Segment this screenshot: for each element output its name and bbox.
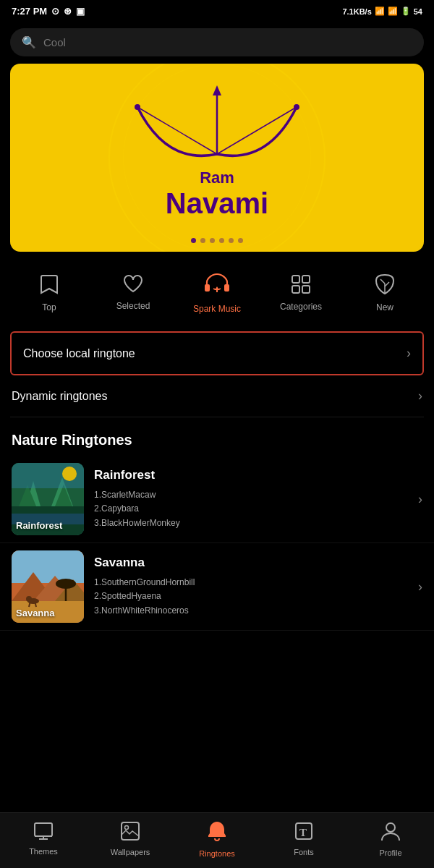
nav-fonts[interactable]: T Fonts [275,822,333,856]
cat-spark[interactable]: Spark Music [192,272,242,314]
status-left: 7:27 PM ⊙ ⊛ ▣ [12,6,85,17]
svg-rect-25 [12,550,84,583]
banner: Ram Navami [10,64,424,252]
dot-2 [200,238,205,243]
ringtones-icon [208,820,226,846]
svg-line-13 [380,279,385,284]
fonts-icon: T [294,822,313,845]
cat-top-label: Top [42,302,56,312]
nav-wallpapers-label: Wallpapers [111,848,150,856]
savanna-thumb: Savanna [12,550,84,623]
heart-icon [123,275,143,297]
chevron-right-icon-2: › [418,388,422,404]
svg-rect-9 [302,276,310,283]
svg-rect-8 [292,276,299,283]
nav-themes-label: Themes [29,847,58,856]
rainforest-thumb-label: Rainforest [16,520,62,531]
savanna-tracks: 1.SouthernGroundHornbill2.SpottedHyaena3… [94,576,408,618]
cat-top[interactable]: Top [24,273,75,312]
banner-subtitle: Ram [166,169,268,187]
status-bar: 7:27 PM ⊙ ⊛ ▣ 7.1KB/s 📶 📶 🔋 54 [0,0,434,22]
banner-dots [191,238,243,243]
rainforest-thumb: Rainforest [12,463,84,535]
chevron-rainforest: › [418,492,422,507]
leaf-icon [375,273,395,298]
dynamic-ringtone-label: Dynamic ringtones [12,390,108,403]
nav-wallpapers[interactable]: Wallpapers [101,822,159,856]
banner-text: Ram Navami [166,96,268,220]
svg-point-5 [294,104,299,110]
savanna-card[interactable]: Savanna Savanna 1.SouthernGroundHornbill… [0,543,434,631]
cat-spark-label: Spark Music [193,304,241,314]
dot-5 [229,238,234,243]
wifi-icon: 📶 [388,7,398,16]
time: 7:27 PM [12,6,47,17]
svg-rect-6 [205,284,210,292]
nav-themes[interactable]: Themes [14,822,72,856]
svg-rect-7 [224,284,229,292]
status-right: 7.1KB/s 📶 📶 🔋 54 [342,7,422,16]
nav-ringtones-label: Ringtones [199,849,235,858]
svg-rect-36 [35,823,52,836]
chevron-savanna: › [418,579,422,595]
svg-point-44 [386,823,395,832]
network-speed: 7.1KB/s [342,7,371,16]
themes-icon [34,822,53,844]
cat-categories[interactable]: Categories [276,274,326,312]
rainforest-tracks: 1.ScarletMacaw2.Capybara3.BlackHowlerMon… [94,488,408,530]
dot-3 [210,238,215,243]
nav-profile[interactable]: Profile [362,821,420,857]
local-ringtone-label: Choose local ringtone [23,347,135,360]
section-title: Nature Ringtones [0,417,434,456]
profile-icon [381,821,400,846]
wallpapers-icon [121,822,140,845]
nav-profile-label: Profile [379,848,401,857]
whatsapp-icon: ⊙ [51,6,59,17]
pinterest-icon: ⊛ [64,6,72,17]
cat-categories-label: Categories [280,302,322,312]
search-bar[interactable]: 🔍 [10,28,424,56]
headphone-icon [203,272,231,299]
cat-selected-label: Selected [116,301,150,311]
svg-line-14 [385,282,389,286]
dot-4 [219,238,224,243]
svg-point-41 [125,826,129,830]
cat-new-label: New [376,302,393,312]
chrome-icon: ▣ [76,6,85,17]
svg-rect-11 [302,286,310,293]
nav-fonts-label: Fonts [294,848,314,856]
cat-new[interactable]: New [359,273,410,312]
savanna-thumb-label: Savanna [16,608,54,618]
category-nav: Top Selected Spark Music [0,259,434,321]
grid-icon [291,274,311,297]
savanna-info: Savanna 1.SouthernGroundHornbill2.Spotte… [94,556,408,618]
svg-point-31 [56,579,76,589]
svg-point-23 [62,467,77,481]
local-ringtone-item[interactable]: Choose local ringtone › [10,331,424,375]
svg-rect-40 [122,822,139,840]
bottom-nav: Themes Wallpapers Ringtones T [0,812,434,868]
svg-marker-1 [213,85,221,95]
rainforest-info: Rainforest 1.ScarletMacaw2.Capybara3.Bla… [94,468,408,530]
battery-icon: 🔋 [401,7,411,16]
signal-icons: 📶 [375,7,385,16]
rainforest-name: Rainforest [94,468,408,482]
search-icon: 🔍 [22,35,36,49]
svg-rect-10 [292,286,299,293]
battery-level: 54 [414,7,422,16]
search-input[interactable] [43,36,412,48]
banner-title: Navami [166,187,268,220]
svg-point-4 [135,104,140,110]
savanna-name: Savanna [94,556,408,570]
dynamic-ringtone-item[interactable]: Dynamic ringtones › [10,375,424,417]
main-content: Choose local ringtone › Dynamic ringtone… [0,331,434,689]
chevron-right-icon: › [407,346,411,361]
rainforest-card[interactable]: Rainforest Rainforest 1.ScarletMacaw2.Ca… [0,456,434,543]
svg-point-35 [26,596,32,602]
bookmark-icon [39,273,59,298]
svg-text:T: T [299,827,307,838]
cat-selected[interactable]: Selected [108,275,158,311]
dot-1 [191,238,196,243]
dot-6 [238,238,243,243]
nav-ringtones[interactable]: Ringtones [188,820,246,858]
